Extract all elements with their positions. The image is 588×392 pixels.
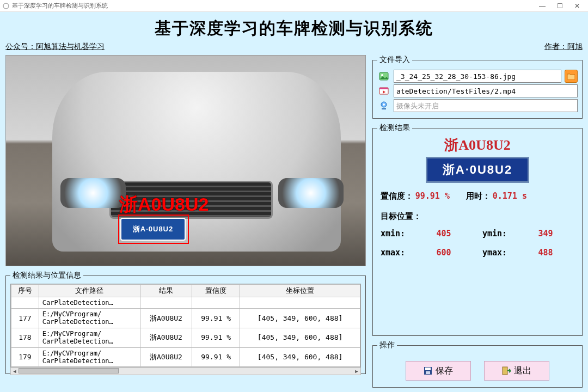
scroll-right-arrow[interactable]: ► <box>353 369 360 374</box>
app-icon <box>2 2 10 10</box>
table-header: 置信度 <box>192 285 240 297</box>
table-row[interactable]: CarPlateDetection… <box>11 297 360 308</box>
page-title: 基于深度学习的车牌检测与识别系统 <box>5 17 583 40</box>
svg-point-2 <box>381 74 383 76</box>
detection-overlay-text: 浙A0U8U2 <box>119 195 209 213</box>
camera-icon <box>377 99 390 112</box>
subtitle-right: 作者：阿旭 <box>544 42 583 52</box>
video-icon <box>377 84 390 97</box>
scrollbar-thumb[interactable] <box>19 368 119 373</box>
results-table-scroll[interactable]: 序号文件路径结果置信度坐标位置 CarPlateDetection…177E:/… <box>10 284 361 367</box>
image-preview: 浙A·0U8U2 浙A0U8U2 <box>5 55 366 266</box>
exit-button[interactable]: 退出 <box>484 361 549 381</box>
confidence-value: 99.91 % <box>415 191 450 201</box>
image-icon <box>377 70 390 83</box>
time-value: 0.171 s <box>493 191 527 201</box>
browse-image-button[interactable] <box>565 70 578 83</box>
table-header: 文件路径 <box>39 285 140 297</box>
minimize-button[interactable]: — <box>534 2 551 10</box>
image-path-input[interactable] <box>394 70 561 83</box>
table-header: 序号 <box>11 285 39 297</box>
xmin-value: 405 <box>437 226 473 242</box>
detection-bbox <box>118 215 189 244</box>
ymin-value: 349 <box>538 226 574 242</box>
ymin-label: ymin: <box>482 226 529 242</box>
close-button[interactable]: ✕ <box>568 2 586 10</box>
time-label: 用时： <box>466 192 491 200</box>
file-import-legend: 文件导入 <box>377 55 412 65</box>
table-header: 坐标位置 <box>240 285 360 297</box>
subtitle-left: 公众号：阿旭算法与机器学习 <box>5 42 105 52</box>
svg-rect-4 <box>379 88 388 89</box>
results-table: 序号文件路径结果置信度坐标位置 CarPlateDetection…177E:/… <box>11 284 360 367</box>
result-plate-text: 浙A0U8U2 <box>377 138 578 152</box>
result-plate-image: 浙A·0U8U2 <box>426 157 529 183</box>
save-button[interactable]: 保存 <box>406 361 471 381</box>
scroll-left-arrow[interactable]: ◄ <box>11 369 19 374</box>
xmin-label: xmin: <box>381 226 427 242</box>
position-label: 目标位置： <box>381 212 421 220</box>
xmax-label: xmax: <box>381 245 427 261</box>
svg-rect-10 <box>426 371 430 374</box>
xmax-value: 600 <box>437 245 473 261</box>
table-row[interactable]: 179E:/MyCVProgram/ CarPlateDetection…浙A0… <box>11 347 360 367</box>
window-title: 基于深度学习的车牌检测与识别系统 <box>12 2 108 10</box>
floppy-icon <box>424 366 432 375</box>
maximize-button[interactable]: ☐ <box>551 2 568 10</box>
result-legend: 检测结果 <box>377 123 412 133</box>
results-table-legend: 检测结果与位置信息 <box>10 271 83 280</box>
ops-group: 操作 保存 退出 <box>372 340 583 388</box>
svg-point-0 <box>3 3 9 9</box>
exit-icon <box>502 366 511 375</box>
file-import-group: 文件导入 <box>372 55 583 119</box>
results-table-group: 检测结果与位置信息 序号文件路径结果置信度坐标位置 CarPlateDetect… <box>5 271 366 374</box>
window-titlebar: 基于深度学习的车牌检测与识别系统 — ☐ ✕ <box>0 0 588 12</box>
confidence-label: 置信度： <box>381 192 413 200</box>
svg-rect-11 <box>503 367 507 375</box>
ymax-value: 488 <box>538 245 574 261</box>
svg-rect-9 <box>425 367 431 370</box>
ymax-label: ymax: <box>482 245 529 261</box>
video-path-input[interactable] <box>394 84 578 97</box>
table-row[interactable]: 177E:/MyCVProgram/ CarPlateDetection…浙A0… <box>11 308 360 328</box>
table-header: 结果 <box>140 285 192 297</box>
ops-legend: 操作 <box>377 340 397 350</box>
camera-input[interactable] <box>394 99 578 112</box>
horizontal-scrollbar[interactable]: ◄ ► <box>10 367 361 375</box>
svg-point-7 <box>383 103 385 106</box>
table-row[interactable]: 178E:/MyCVProgram/ CarPlateDetection…浙A0… <box>11 328 360 347</box>
result-group: 检测结果 浙A0U8U2 浙A·0U8U2 置信度： 99.91 % 用时： 0… <box>372 123 583 336</box>
